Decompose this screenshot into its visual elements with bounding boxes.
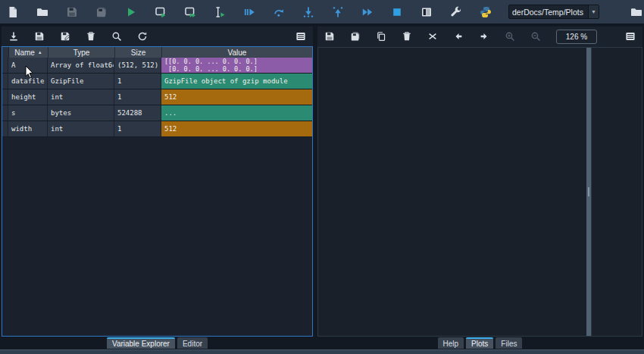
mag-minus-icon bbox=[530, 31, 541, 42]
run-selection-button[interactable] bbox=[213, 5, 226, 18]
chevron-down-icon[interactable]: ▼ bbox=[588, 5, 599, 18]
zoom-out-button[interactable] bbox=[530, 31, 541, 42]
variable-size[interactable]: 524288 bbox=[114, 105, 161, 121]
import-data-button[interactable] bbox=[8, 31, 19, 42]
variable-type[interactable]: GzipFile bbox=[48, 74, 114, 89]
continue-icon bbox=[361, 6, 374, 18]
working-directory-combobox[interactable]: derDocs/Temp/Plots ▼ bbox=[508, 5, 599, 19]
variable-row-s[interactable]: sbytes524288... bbox=[2, 105, 312, 121]
save-file-button[interactable] bbox=[65, 5, 78, 18]
step-into-icon bbox=[302, 6, 314, 18]
tab-plots[interactable]: Plots bbox=[466, 337, 493, 349]
variable-row-width[interactable]: widthint1512 bbox=[2, 121, 312, 137]
maximize-icon bbox=[420, 6, 433, 18]
variable-value[interactable]: ... bbox=[161, 105, 312, 121]
plots-content bbox=[317, 47, 642, 337]
floppy-all-icon bbox=[95, 6, 108, 18]
variable-size[interactable]: 1 bbox=[114, 74, 161, 89]
row-header bbox=[2, 121, 8, 136]
variable-row-A[interactable]: AArray of float64(512, 512)[[0. 0. 0. ..… bbox=[2, 58, 312, 74]
variable-name[interactable]: s bbox=[8, 105, 48, 121]
save-all-plots-button[interactable] bbox=[350, 31, 361, 42]
variable-name[interactable]: height bbox=[8, 89, 48, 105]
save-data-button[interactable] bbox=[34, 31, 45, 42]
save-all-button[interactable] bbox=[95, 5, 108, 18]
run-cell-button[interactable] bbox=[154, 5, 167, 18]
variable-value[interactable]: GzipFile object of gzip module bbox=[161, 74, 312, 89]
variable-type[interactable]: int bbox=[48, 89, 114, 105]
run-cell-advance-icon bbox=[184, 6, 196, 18]
variable-type[interactable]: Array of float64 bbox=[48, 58, 114, 73]
open-file-button[interactable] bbox=[36, 5, 48, 18]
folder-icon bbox=[36, 6, 48, 18]
variable-size[interactable]: 1 bbox=[114, 89, 161, 105]
zoom-in-button[interactable] bbox=[505, 31, 515, 42]
plot-display-area bbox=[318, 48, 586, 336]
variable-row-datafile[interactable]: datafileGzipFile1GzipFile object of gzip… bbox=[2, 74, 312, 89]
variable-value[interactable]: 512 bbox=[161, 89, 312, 105]
column-header-name[interactable]: Name▲ bbox=[9, 47, 48, 58]
new-file-button[interactable] bbox=[6, 5, 19, 18]
variable-size[interactable]: (512, 512) bbox=[114, 58, 161, 73]
next-plot-button[interactable] bbox=[479, 31, 489, 42]
step-over-icon bbox=[273, 6, 285, 18]
trash-icon bbox=[402, 31, 412, 42]
preferences-button[interactable] bbox=[449, 5, 462, 18]
trash-icon bbox=[86, 31, 96, 42]
wrench-icon bbox=[450, 6, 462, 18]
row-header-corner bbox=[2, 47, 9, 58]
variable-type[interactable]: int bbox=[48, 121, 114, 136]
refresh-icon bbox=[137, 31, 148, 42]
column-header-value[interactable]: Value bbox=[162, 47, 312, 58]
remove-plot-button[interactable] bbox=[402, 31, 412, 42]
variable-name[interactable]: width bbox=[8, 121, 48, 136]
variable-type[interactable]: bytes bbox=[48, 105, 114, 121]
mag-plus-icon bbox=[505, 31, 515, 42]
import-icon bbox=[8, 31, 19, 42]
variable-value[interactable]: 512 bbox=[161, 121, 312, 136]
play-icon bbox=[125, 6, 137, 18]
save-plot-button[interactable] bbox=[324, 31, 335, 42]
refresh-variables-button[interactable] bbox=[137, 31, 148, 42]
maximize-pane-button[interactable] bbox=[420, 5, 433, 18]
tab-editor[interactable]: Editor bbox=[177, 337, 208, 349]
step-into-button[interactable] bbox=[302, 5, 314, 18]
column-header-size[interactable]: Size bbox=[115, 47, 162, 58]
plots-options-menu-button[interactable] bbox=[625, 31, 636, 42]
left-pane-tabbar: Variable ExplorerEditor bbox=[2, 337, 313, 349]
previous-plot-button[interactable] bbox=[453, 31, 464, 42]
save-data-as-button[interactable] bbox=[60, 31, 70, 42]
remove-all-variables-button[interactable] bbox=[86, 31, 96, 42]
column-header-type[interactable]: Type bbox=[48, 47, 115, 58]
browse-working-directory-button[interactable] bbox=[630, 5, 642, 18]
stop-debugging-button[interactable] bbox=[390, 5, 403, 18]
step-return-button[interactable] bbox=[331, 5, 344, 18]
continue-execution-button[interactable] bbox=[361, 5, 374, 18]
debug-file-button[interactable] bbox=[242, 5, 255, 18]
tab-help[interactable]: Help bbox=[438, 337, 464, 349]
variable-value[interactable]: [[0. 0. 0. ... 0. 0. 0.] [0. 0. 0. ... 0… bbox=[161, 58, 312, 73]
working-directory-value[interactable]: derDocs/Temp/Plots bbox=[509, 8, 588, 17]
variable-explorer-options-menu-button[interactable] bbox=[295, 31, 306, 42]
plots-splitter-handle[interactable] bbox=[586, 48, 591, 336]
zoom-level-indicator: 126 % bbox=[556, 30, 597, 44]
arrow-left-icon bbox=[453, 31, 464, 42]
remove-all-plots-button[interactable] bbox=[427, 31, 438, 42]
variable-row-height[interactable]: heightint1512 bbox=[2, 89, 312, 105]
run-cell-and-advance-button[interactable] bbox=[183, 5, 196, 18]
variable-table-header: Name▲TypeSizeValue bbox=[2, 47, 312, 58]
tab-variable-explorer[interactable]: Variable Explorer bbox=[107, 337, 175, 349]
copy-plot-button[interactable] bbox=[376, 31, 386, 42]
floppy-edit-icon bbox=[60, 31, 70, 42]
right-pane-tabbar: HelpPlotsFiles bbox=[317, 337, 642, 349]
tab-files[interactable]: Files bbox=[496, 337, 522, 349]
python-environment-button[interactable] bbox=[479, 5, 492, 18]
variable-table[interactable]: Name▲TypeSizeValue AArray of float64(512… bbox=[2, 46, 313, 337]
step-over-button[interactable] bbox=[272, 5, 285, 18]
run-file-button[interactable] bbox=[124, 5, 137, 18]
variable-name[interactable]: datafile bbox=[8, 74, 48, 89]
search-variables-button[interactable] bbox=[111, 31, 122, 42]
variable-size[interactable]: 1 bbox=[114, 121, 161, 136]
folder-icon bbox=[630, 6, 642, 18]
variable-name[interactable]: A bbox=[8, 58, 48, 73]
